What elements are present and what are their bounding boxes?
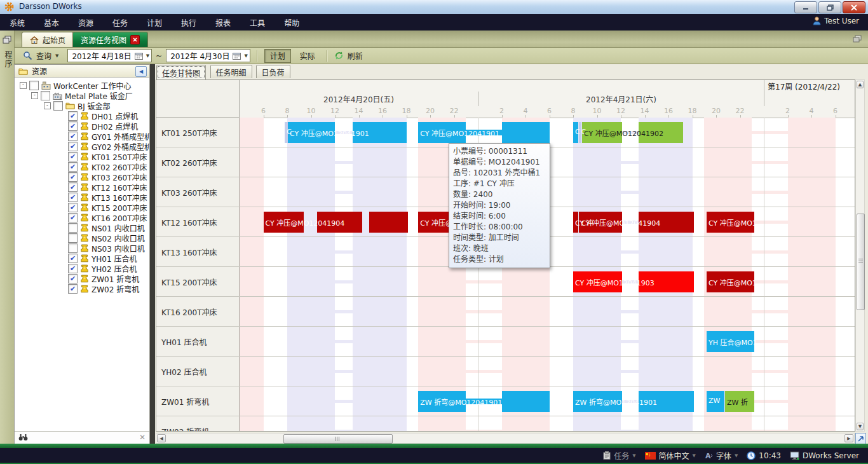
- checked-checkbox[interactable]: ✔: [68, 172, 78, 182]
- refresh-button[interactable]: 刷新: [348, 50, 363, 61]
- task-bar[interactable]: CY 冲压@MO12041902: [582, 122, 622, 143]
- checked-checkbox[interactable]: ✔: [68, 162, 78, 172]
- horizontal-scrollbar-thumb[interactable]: [283, 434, 393, 444]
- tree-item[interactable]: ✔KT13 160T冲床: [68, 192, 147, 202]
- panel-splitter[interactable]: [150, 64, 155, 445]
- tree-item[interactable]: ✔KT01 250T冲床: [68, 151, 147, 161]
- panel-collapse-button[interactable]: ◀: [135, 66, 147, 77]
- checked-checkbox[interactable]: ✔: [68, 111, 78, 121]
- scroll-down-icon[interactable]: ▼: [857, 423, 864, 430]
- menu-item-0[interactable]: 系统: [0, 15, 34, 31]
- status-dropdown-icon[interactable]: ▼: [735, 453, 738, 458]
- unchecked-checkbox[interactable]: [53, 101, 63, 111]
- horizontal-scrollbar[interactable]: ◀ ▶: [156, 433, 855, 444]
- gantt-tab-2[interactable]: 日负荷: [256, 65, 290, 78]
- checked-checkbox[interactable]: ✔: [68, 203, 78, 212]
- status-item-0[interactable]: 任务▼: [603, 450, 635, 461]
- menu-item-3[interactable]: 任务: [103, 15, 137, 31]
- collapsed-program-panel[interactable]: 程序: [0, 31, 15, 445]
- tree-item[interactable]: -WorkCenter 工作中心: [20, 80, 132, 90]
- tree-item[interactable]: ✔YH02 压合机: [68, 263, 137, 273]
- checked-checkbox[interactable]: ✔: [68, 152, 78, 161]
- task-bar[interactable]: CY 冲压@MO12041904: [264, 212, 304, 233]
- checked-checkbox[interactable]: ✔: [68, 284, 78, 294]
- clear-filter-icon[interactable]: ✕: [139, 433, 146, 442]
- actual-toggle-button[interactable]: 实际: [295, 50, 320, 62]
- close-button[interactable]: [843, 1, 865, 13]
- task-bar[interactable]: [502, 391, 550, 412]
- tree-expander-icon[interactable]: -: [44, 102, 51, 109]
- menu-item-8[interactable]: 帮助: [275, 15, 309, 31]
- plan-toggle-button[interactable]: 计划: [264, 49, 291, 63]
- date-from-field[interactable]: 2012年 4月18日 ▼: [67, 49, 152, 62]
- menu-item-6[interactable]: 报表: [206, 15, 240, 31]
- menu-item-5[interactable]: 执行: [172, 15, 206, 31]
- date-to-dropdown-icon[interactable]: ▼: [244, 53, 247, 58]
- tree-item[interactable]: ✔YH01 压合机: [68, 253, 137, 263]
- checked-checkbox[interactable]: ✔: [68, 254, 78, 263]
- tab-close-icon[interactable]: [130, 35, 140, 44]
- task-bar[interactable]: CY 冲压@MO12041904: [579, 212, 622, 233]
- tree-expander-icon[interactable]: -: [31, 92, 38, 99]
- status-item-3[interactable]: 10:43: [747, 451, 781, 460]
- checked-checkbox[interactable]: ✔: [68, 121, 78, 131]
- query-button[interactable]: 查询: [36, 50, 51, 61]
- task-bar[interactable]: C: [573, 122, 578, 143]
- menu-item-4[interactable]: 计划: [137, 15, 172, 31]
- checked-checkbox[interactable]: ✔: [68, 193, 78, 202]
- tree-item[interactable]: ✔GY01 外桶成型机: [68, 131, 149, 141]
- task-bar[interactable]: [502, 122, 550, 143]
- task-bar[interactable]: YH 压合@MO1: [707, 331, 754, 352]
- tree-item[interactable]: -BJ 钣金部: [44, 100, 111, 111]
- tree-item[interactable]: ✔DH02 点焊机: [68, 121, 138, 131]
- task-bar[interactable]: [369, 212, 408, 233]
- restore-button[interactable]: [818, 1, 841, 13]
- status-item-1[interactable]: 简体中文▼: [645, 450, 696, 461]
- gantt-tab-1[interactable]: 任务明细: [210, 65, 252, 78]
- tree-item[interactable]: ✔ZW02 折弯机: [68, 283, 139, 294]
- binoculars-search-icon[interactable]: [18, 433, 28, 441]
- task-bar[interactable]: ZW: [707, 391, 724, 412]
- query-dropdown-icon[interactable]: ▼: [55, 53, 58, 58]
- tree-item[interactable]: ✔DH01 点焊机: [68, 111, 138, 121]
- tree-item[interactable]: -Metal Plate 钣金厂: [31, 90, 133, 100]
- scroll-right-icon[interactable]: ▶: [844, 434, 853, 442]
- status-item-2[interactable]: A字体▼: [705, 450, 738, 461]
- task-bar[interactable]: CY 冲压@MO12041901: [418, 122, 466, 143]
- menu-item-2[interactable]: 资源: [69, 15, 103, 31]
- minimize-button[interactable]: [794, 1, 817, 13]
- tree-item[interactable]: ✔KT03 260T冲床: [68, 172, 147, 182]
- vertical-scrollbar[interactable]: ▲ ▼: [855, 79, 865, 432]
- unchecked-checkbox[interactable]: [41, 91, 50, 100]
- gantt-tab-0[interactable]: 任务甘特图: [156, 65, 206, 79]
- task-bar[interactable]: CY 冲: [573, 212, 578, 233]
- unchecked-checkbox[interactable]: [68, 243, 78, 253]
- task-bar[interactable]: CY 冲压@MO1: [707, 212, 754, 233]
- menu-item-1[interactable]: 基本: [34, 15, 69, 31]
- tree-item[interactable]: ✔KT02 260T冲床: [68, 161, 147, 172]
- status-dropdown-icon[interactable]: ▼: [632, 453, 635, 458]
- window-list-icon[interactable]: [853, 35, 862, 43]
- status-item-4[interactable]: DWorks Server: [790, 451, 859, 460]
- date-from-dropdown-icon[interactable]: ▼: [146, 53, 149, 58]
- task-bar[interactable]: CY 冲压@MO1: [707, 271, 754, 292]
- tree-item[interactable]: NS01 内收口机: [68, 222, 145, 233]
- checked-checkbox[interactable]: ✔: [68, 182, 78, 192]
- task-bar[interactable]: CY 冲压@MO12041903: [573, 271, 622, 292]
- checked-checkbox[interactable]: ✔: [68, 264, 78, 273]
- task-bar[interactable]: ZW 折弯@MO12041901: [573, 391, 622, 412]
- tree-expander-icon[interactable]: -: [20, 82, 27, 89]
- unchecked-checkbox[interactable]: [29, 81, 39, 90]
- unchecked-checkbox[interactable]: [68, 223, 78, 233]
- tree-item[interactable]: ✔KT12 160T冲床: [68, 182, 147, 192]
- tree-item[interactable]: ✔KT15 200T冲床: [68, 202, 147, 212]
- status-dropdown-icon[interactable]: ▼: [693, 453, 696, 458]
- vertical-scrollbar-thumb[interactable]: [857, 214, 865, 310]
- scroll-left-icon[interactable]: ◀: [157, 434, 166, 442]
- tree-item[interactable]: NS02 内收口机: [68, 233, 145, 243]
- tab-home-page[interactable]: 起始页: [22, 32, 74, 47]
- unchecked-checkbox[interactable]: [68, 233, 78, 243]
- checked-checkbox[interactable]: ✔: [68, 274, 78, 283]
- checked-checkbox[interactable]: ✔: [68, 213, 78, 222]
- tree-item[interactable]: ✔KT16 200T冲床: [68, 212, 147, 222]
